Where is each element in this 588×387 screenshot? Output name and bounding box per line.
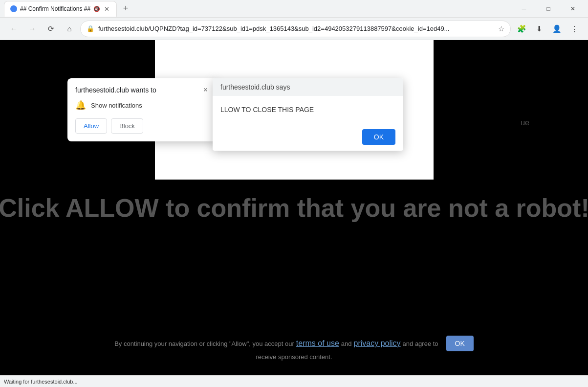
browser-frame: ## Confirm Notifications ## 🔇 ✕ + ─ □ ✕ … [0, 0, 588, 387]
alert-dialog-header: furthesestoid.club says [213, 78, 403, 96]
alert-dialog: furthesestoid.club says LLOW TO CLOSE TH… [213, 78, 403, 151]
notif-buttons: Allow Block [75, 118, 209, 134]
status-bar: Waiting for furthesestoid.club... [0, 375, 588, 387]
toolbar-icons: 🧩 ⬇ 👤 ⋮ [514, 21, 582, 37]
bookmark-icon[interactable]: ☆ [498, 24, 504, 33]
footer-and: and [341, 340, 352, 347]
tab-favicon [10, 5, 17, 12]
allow-button[interactable]: Allow [75, 118, 107, 134]
navigation-bar: ← → ⟳ ⌂ 🔒 furthesestoid.club/UQPNZD?tag_… [0, 18, 588, 40]
footer-text-3: receive sponsored content. [256, 353, 332, 361]
address-bar[interactable]: 🔒 furthesestoid.club/UQPNZD?tag_id=73712… [80, 21, 511, 37]
footer-text-1: By continuing your navigation or clickin… [114, 340, 294, 347]
window-controls: ─ □ ✕ [513, 1, 584, 17]
notif-item: 🔔 Show notifications [75, 100, 209, 111]
new-tab-button[interactable]: + [119, 2, 132, 16]
alert-dialog-footer: OK [213, 123, 403, 151]
menu-icon[interactable]: ⋮ [566, 21, 582, 37]
download-icon[interactable]: ⬇ [531, 21, 547, 37]
reload-button[interactable]: ⟳ [43, 21, 59, 37]
back-button[interactable]: ← [6, 21, 22, 37]
page-footer: By continuing your navigation or clickin… [0, 336, 588, 361]
content-area: furthesestoid.club says LLOW TO CLOSE TH… [0, 40, 588, 375]
footer-row-1: By continuing your navigation or clickin… [0, 336, 588, 351]
footer-ok-button[interactable]: OK [446, 336, 474, 351]
notif-dialog-header: furthesestoid.club wants to × [75, 86, 209, 94]
title-bar: ## Confirm Notifications ## 🔇 ✕ + ─ □ ✕ [0, 0, 588, 18]
minimize-button[interactable]: ─ [513, 1, 535, 17]
tab-title: ## Confirm Notifications ## [20, 5, 90, 12]
footer-row-2: receive sponsored content. [0, 353, 588, 361]
bell-icon: 🔔 [75, 100, 86, 111]
notif-item-label: Show notifications [91, 102, 142, 109]
notification-permission-dialog: furthesestoid.club wants to × 🔔 Show not… [67, 78, 217, 141]
home-button[interactable]: ⌂ [62, 21, 77, 37]
lock-icon: 🔒 [87, 25, 94, 32]
forward-button[interactable]: → [24, 21, 40, 37]
notif-close-button[interactable]: × [202, 86, 209, 94]
profile-icon[interactable]: 👤 [549, 21, 565, 37]
status-text: Waiting for furthesestoid.club... [4, 379, 78, 385]
alert-dialog-body: LLOW TO CLOSE THIS PAGE [213, 96, 403, 123]
tab-close-button[interactable]: ✕ [103, 4, 110, 14]
extensions-icon[interactable]: 🧩 [514, 21, 529, 37]
tab-bar: ## Confirm Notifications ## 🔇 ✕ + [4, 0, 511, 17]
privacy-policy-link[interactable]: privacy policy [354, 339, 401, 348]
terms-of-use-link[interactable]: terms of use [296, 339, 339, 348]
mute-icon[interactable]: 🔇 [93, 6, 100, 12]
active-tab[interactable]: ## Confirm Notifications ## 🔇 ✕ [4, 1, 117, 17]
alert-ok-button[interactable]: OK [362, 129, 395, 145]
close-button[interactable]: ✕ [562, 1, 584, 17]
url-text: furthesestoid.club/UQPNZD?tag_id=737122&… [98, 25, 494, 32]
maximize-button[interactable]: □ [537, 1, 560, 17]
notif-dialog-title: furthesestoid.club wants to [75, 86, 156, 94]
continue-text: ue [521, 118, 529, 127]
footer-text-2: and agree to [403, 340, 438, 347]
main-page-text: Click ALLOW to confirm that you are not … [0, 193, 588, 223]
block-button[interactable]: Block [111, 118, 143, 134]
